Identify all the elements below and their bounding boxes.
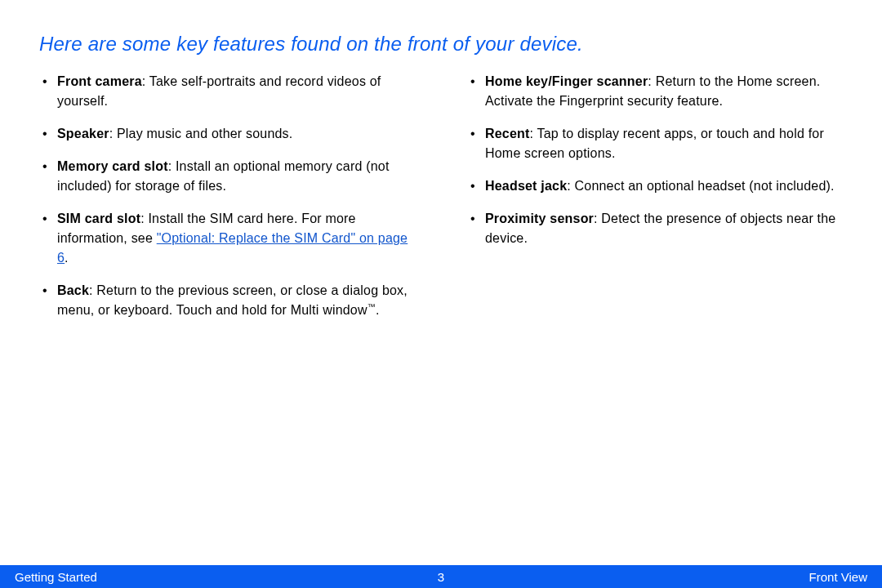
term: Home key/Finger scanner (485, 74, 648, 88)
list-item: Recent: Tap to display recent apps, or t… (467, 124, 843, 163)
list-item: Speaker: Play music and other sounds. (39, 124, 415, 144)
left-column: Front camera: Take self-portraits and re… (39, 72, 415, 333)
term: Proximity sensor (485, 212, 594, 225)
list-item: Memory card slot: Install an optional me… (39, 157, 415, 196)
footer-subsection-title: Front View (809, 570, 867, 584)
term: Memory card slot (57, 159, 168, 173)
feature-list-right: Home key/Finger scanner: Return to the H… (467, 72, 843, 248)
right-column: Home key/Finger scanner: Return to the H… (467, 72, 843, 333)
footer-section-title: Getting Started (15, 570, 97, 584)
desc: : Play music and other sounds. (109, 127, 293, 140)
page-heading: Here are some key features found on the … (39, 33, 843, 56)
list-item: SIM card slot: Install the SIM card here… (39, 209, 415, 268)
term: Recent (485, 127, 530, 140)
columns: Front camera: Take self-portraits and re… (39, 72, 843, 333)
desc-after: . (65, 251, 69, 265)
list-item: Front camera: Take self-portraits and re… (39, 72, 415, 111)
desc: : Connect an optional headset (not inclu… (567, 179, 834, 193)
desc-before: : Return to the previous screen, or clos… (57, 283, 408, 317)
footer-page-number: 3 (438, 570, 444, 584)
feature-list-left: Front camera: Take self-portraits and re… (39, 72, 415, 320)
term: Front camera (57, 74, 142, 88)
page-footer: Getting Started 3 Front View (0, 565, 882, 588)
term: Speaker (57, 127, 109, 140)
desc: : Tap to display recent apps, or touch a… (485, 127, 824, 160)
trademark-symbol: ™ (368, 302, 376, 311)
list-item: Home key/Finger scanner: Return to the H… (467, 72, 843, 111)
term: Back (57, 283, 89, 297)
list-item: Proximity sensor: Detect the presence of… (467, 209, 843, 248)
term: SIM card slot (57, 212, 140, 225)
list-item: Back: Return to the previous screen, or … (39, 281, 415, 320)
desc-after: . (376, 303, 380, 317)
list-item: Headset jack: Connect an optional headse… (467, 176, 843, 196)
term: Headset jack (485, 179, 567, 193)
page: Here are some key features found on the … (0, 0, 882, 588)
